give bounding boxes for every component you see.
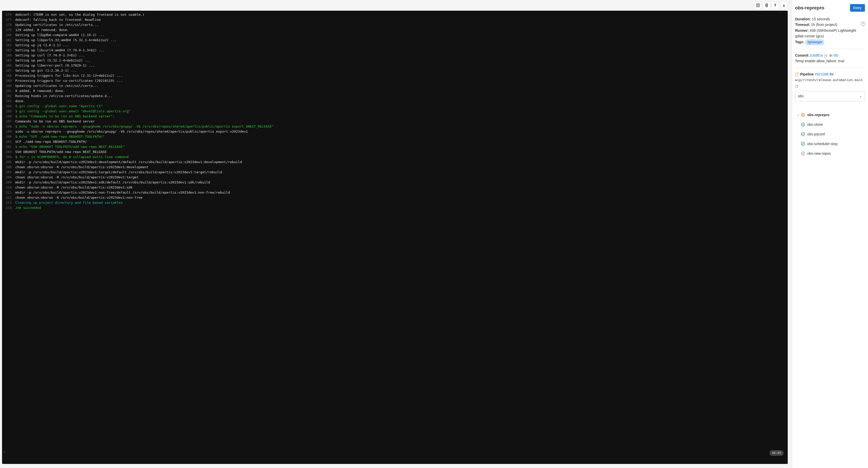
line-number[interactable]: 184 — [2, 53, 15, 58]
line-number[interactable]: 176 — [2, 12, 15, 17]
log-text: Updating certificates in /etc/ssl/certs.… — [15, 22, 99, 27]
log-text: done. — [15, 99, 25, 104]
pipeline-warning-icon: ! — [795, 72, 799, 76]
line-number[interactable]: 194 — [2, 104, 15, 109]
log-line: 206chown obsrun:obsrun -R /srv/obs/build… — [2, 165, 788, 170]
line-number[interactable]: 188 — [2, 73, 15, 78]
log-text: mkdir -p /srv/obs/build/apertis:v2023dev… — [15, 180, 210, 185]
line-number[interactable]: 196 — [2, 114, 15, 119]
line-number[interactable]: 214 — [2, 205, 15, 210]
line-number[interactable]: 203 — [2, 149, 15, 154]
line-number[interactable]: 202 — [2, 144, 15, 149]
line-number[interactable]: 181 — [2, 38, 15, 43]
log-text: chown obsrun:obsrun -R /srv/obs/build/ap… — [15, 175, 138, 180]
line-number[interactable]: 211 — [2, 190, 15, 195]
commit-sha-link[interactable]: 1c6dff1e — [809, 53, 823, 57]
job-list-item[interactable]: obs-clone — [795, 120, 865, 129]
erase-button[interactable] — [763, 2, 771, 9]
log-text: debconf: falling back to frontend: Readl… — [15, 17, 101, 22]
duration-value: 15 seconds — [812, 17, 830, 21]
pipeline-branch: wip/ritesh/release-automation.main — [795, 78, 863, 82]
commit-mr-link[interactable]: !90 — [833, 53, 838, 57]
line-number[interactable]: 207 — [2, 170, 15, 175]
scroll-top-button[interactable] — [772, 2, 779, 9]
log-line: 186Setting up liberror-perl (0.17029-1) … — [2, 63, 788, 68]
job-list-item[interactable]: →obs-reprepro — [795, 110, 865, 120]
svg-rect-1 — [825, 55, 826, 57]
line-number[interactable]: 183 — [2, 48, 15, 53]
line-number[interactable]: 200 — [2, 134, 15, 139]
line-number[interactable]: 187 — [2, 68, 15, 73]
line-number[interactable]: 190 — [2, 83, 15, 88]
jobs-list: →obs-repreproobs-cloneobs-prjconfobs-sch… — [795, 110, 865, 158]
line-number[interactable]: 195 — [2, 109, 15, 114]
line-number[interactable]: 179 — [2, 27, 15, 33]
log-text: $ echo "sudo -u obsrun reprepro --gnupgh… — [15, 124, 274, 129]
copy-branch-icon[interactable] — [795, 84, 799, 88]
line-number[interactable]: 198 — [2, 124, 15, 129]
job-list-item[interactable]: obs-prjconf — [795, 129, 865, 139]
collapse-section-icon[interactable]: ⌄ — [3, 450, 6, 453]
log-text: SCP ./add-new-repo OBSHOST:TOOLPATH/ — [15, 139, 87, 144]
tag-pill: lightweight — [805, 39, 824, 45]
svg-point-4 — [802, 114, 804, 115]
line-number[interactable]: 186 — [2, 63, 15, 68]
log-line: 180Setting up libgdbm-compat4:amd64 (1.1… — [2, 33, 788, 38]
line-number[interactable]: 205 — [2, 160, 15, 165]
log-line: 209mkdir -p /srv/obs/build/apertis:v2023… — [2, 180, 788, 185]
log-line: 213Cleaning up project directory and fil… — [2, 200, 788, 205]
log-line: 199sudo -u obsrun reprepro --gnupghome /… — [2, 129, 788, 134]
job-list-item[interactable]: obs-new-repos — [795, 149, 865, 158]
line-number[interactable]: 199 — [2, 129, 15, 134]
line-number[interactable]: 209 — [2, 180, 15, 185]
line-number[interactable]: 204 — [2, 154, 15, 160]
chevron-down-icon: ⌄ — [859, 93, 862, 99]
log-line: 203SSH OBSHOST TOOLPATH/add-new-repo NEX… — [2, 149, 788, 154]
line-number[interactable]: 193 — [2, 99, 15, 104]
pipeline-for: for — [830, 72, 834, 76]
line-number[interactable]: 178 — [2, 22, 15, 27]
line-number[interactable]: 206 — [2, 165, 15, 170]
log-line: 183Setting up libcurl4:amd64 (7.74.0-1.3… — [2, 48, 788, 53]
line-number[interactable]: 177 — [2, 17, 15, 22]
log-scroll-area[interactable]: 176debconf: (TERM is not set, so the dia… — [2, 11, 788, 464]
log-line: 210chown obsrun:obsrun -R /srv/obs/build… — [2, 185, 788, 190]
scroll-bottom-button[interactable] — [780, 2, 788, 9]
log-text: Setting up liberror-perl (0.17029-1) ... — [15, 63, 95, 68]
pipeline-id-link[interactable]: #321088 — [815, 72, 829, 76]
line-number[interactable]: 201 — [2, 139, 15, 144]
line-number[interactable]: 185 — [2, 58, 15, 63]
log-text: mkdir -p /srv/obs/build/apertis:v2023dev… — [15, 170, 222, 175]
log-text: Processing triggers for ca-certificates … — [15, 78, 123, 83]
line-number[interactable]: 212 — [2, 195, 15, 200]
line-number[interactable]: 192 — [2, 93, 15, 99]
line-number[interactable]: 191 — [2, 88, 15, 93]
log-text: mkdir -p /srv/obs/build/apertis:v2023dev… — [15, 190, 230, 195]
line-number[interactable]: 213 — [2, 200, 15, 205]
copy-sha-icon[interactable] — [824, 54, 827, 57]
line-number[interactable]: 208 — [2, 175, 15, 180]
log-line: 212chown obsrun:obsrun -R /srv/obs/build… — [2, 195, 788, 200]
log-line: 1910 added, 0 removed; done. — [2, 88, 788, 93]
log-text: chown obsrun:obsrun -R /srv/obs/build/ap… — [15, 195, 143, 200]
show-raw-button[interactable] — [754, 2, 762, 9]
pipeline-label: Pipeline — [800, 72, 814, 76]
log-line: 179129 added, 0 removed; done. — [2, 27, 788, 33]
job-log: 176debconf: (TERM is not set, so the dia… — [2, 11, 788, 212]
stage-select[interactable]: obs ⌄ — [795, 91, 865, 101]
line-number[interactable]: 210 — [2, 185, 15, 190]
log-toolbar — [0, 0, 792, 11]
line-number[interactable]: 197 — [2, 119, 15, 124]
job-name: obs-clone — [807, 122, 823, 127]
line-number[interactable]: 182 — [2, 43, 15, 48]
log-line: 205mkdir -p /srv/obs/build/apertis:v2023… — [2, 160, 788, 165]
timeout-label: Timeout: — [795, 23, 810, 27]
line-number[interactable]: 180 — [2, 33, 15, 38]
line-number[interactable]: 189 — [2, 78, 15, 83]
log-line: 193done. — [2, 99, 788, 104]
help-icon[interactable]: ? — [861, 22, 865, 26]
log-text: Job succeeded — [15, 205, 41, 210]
duration-label: Duration: — [795, 17, 811, 21]
job-list-item[interactable]: obs-scheduler-stop — [795, 139, 865, 149]
retry-button[interactable]: Retry — [850, 4, 865, 12]
